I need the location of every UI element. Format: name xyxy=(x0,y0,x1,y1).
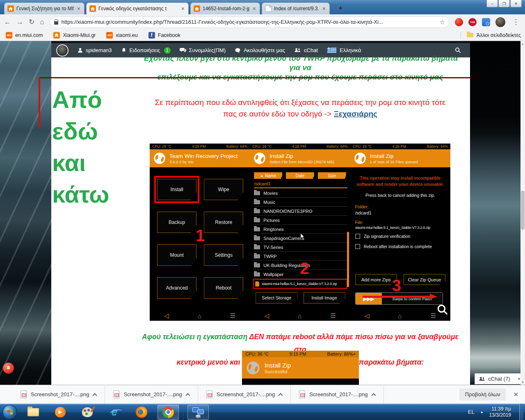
chrome-taskbar-button[interactable] xyxy=(158,405,179,420)
nav-home-icon[interactable]: ⌂ xyxy=(198,313,201,320)
twrp-menu-button[interactable]: Mount xyxy=(157,244,196,266)
forum-search-icon[interactable] xyxy=(455,47,461,53)
scroll-down-icon[interactable]: ▼ xyxy=(520,379,525,385)
cchat-floating-button[interactable]: cChat (7) ▼ xyxy=(475,373,525,384)
tab-close-icon[interactable]: × xyxy=(322,6,326,11)
username-menu[interactable]: spideman3 xyxy=(78,47,112,53)
push-notification-bell-icon[interactable] xyxy=(3,363,14,374)
tab-install-guide[interactable]: Γενικός οδηγός εγκατάστασης τ × xyxy=(86,2,189,14)
follow-menu[interactable]: Ακολουθήστε μας xyxy=(235,47,285,53)
sort-date-button[interactable]: Date xyxy=(286,172,314,179)
user-avatar[interactable] xyxy=(56,44,68,57)
language-indicator[interactable]: EL xyxy=(468,409,475,415)
bookmark-star-icon[interactable]: ☆ xyxy=(440,18,445,26)
language-menu[interactable]: Ελληνικά xyxy=(327,47,361,53)
tab-close-icon[interactable]: × xyxy=(76,6,81,11)
scroll-up-icon[interactable]: ▲ xyxy=(520,41,525,46)
other-bookmarks-button[interactable]: Άλλοι σελιδοδείκτες xyxy=(461,32,521,39)
adblock-extension-icon[interactable] xyxy=(455,18,463,26)
twrp-menu-button[interactable]: Wipe xyxy=(204,179,243,200)
tray-expand-icon[interactable]: ▲ xyxy=(480,410,484,414)
tray-clock[interactable]: 11:39 πμ 13/3/2019 xyxy=(489,406,511,418)
nav-back-icon[interactable]: ◁ xyxy=(365,312,370,320)
twrp-menu-button[interactable]: Backup xyxy=(157,212,196,233)
home-icon[interactable]: ⌂ xyxy=(40,18,44,25)
yab-extension-icon[interactable]: YAB xyxy=(468,18,477,26)
add-more-zips-button[interactable]: Add more Zips xyxy=(355,274,397,285)
page-scrollbar[interactable]: ▲ ▼ xyxy=(520,41,525,385)
twrp-menu-button[interactable]: Settings xyxy=(204,244,243,266)
refresh-icon[interactable]: ↻ xyxy=(29,18,34,25)
folder-row[interactable]: NANDROIDNOTE3PRO xyxy=(254,207,347,216)
sort-size-button[interactable]: Size xyxy=(318,172,346,179)
download-item[interactable]: Screenshot_2017-....png xyxy=(291,385,383,404)
forgot-guide-link[interactable]: Ξεχασιάρης xyxy=(334,110,377,118)
folder-row[interactable]: Movies xyxy=(254,189,347,198)
bookmark-xiaomimiui[interactable]: Xiaomi-Miui.gr xyxy=(53,32,96,39)
twrp-menu-button[interactable]: Advanced xyxy=(157,277,196,299)
internet-explorer-icon[interactable]: e xyxy=(108,406,121,418)
folder-row[interactable]: Pictures xyxy=(254,216,347,225)
folder-row[interactable]: TV-Series xyxy=(254,243,347,252)
tab-index-current[interactable]: Index of /current/9.3.7 × xyxy=(262,2,330,14)
close-button[interactable]: ✕ xyxy=(510,0,522,7)
checkbox-icon[interactable] xyxy=(355,244,360,249)
nav-menu-icon[interactable]: ☰ xyxy=(430,312,436,320)
download-bar-close-icon[interactable]: ✕ xyxy=(513,391,518,398)
forward-icon[interactable]: → xyxy=(16,18,23,25)
app-taskbar-button[interactable] xyxy=(187,405,209,420)
tab-close-icon[interactable]: × xyxy=(180,6,185,11)
twrp-screenshot-image[interactable]: CPU: 29 °C 4:26 PM Battery: 64% Team Win… xyxy=(150,144,450,321)
select-storage-button[interactable]: Select Storage xyxy=(256,292,297,304)
firefox-icon[interactable] xyxy=(135,406,148,418)
folder-row[interactable]: Music xyxy=(254,198,347,207)
bookmark-xiaomieu[interactable]: mi xiaomi.eu xyxy=(106,32,138,39)
profile-avatar[interactable] xyxy=(495,17,505,27)
rom-zip-row[interactable]: xiaomi-miui-hellas-5.1_kenzo_Stable-V7.3… xyxy=(253,279,347,289)
checkbox-icon[interactable] xyxy=(355,234,360,239)
folder-row[interactable]: Ringtones xyxy=(254,225,347,234)
reboot-after-checkbox[interactable]: Reboot after installation is complete xyxy=(355,244,432,249)
restore-button[interactable]: ❐ xyxy=(498,0,510,7)
download-item[interactable]: Screenshot_2017-....png xyxy=(105,385,198,404)
download-item[interactable]: Screenshot_2017-....png xyxy=(12,385,105,404)
tab-mi5-discussion[interactable]: Γενική Συζήτηση για το MI5 (Gen × xyxy=(4,2,84,14)
notifications-menu[interactable]: Ειδοποιήσεις 1 xyxy=(121,47,171,54)
twrp-menu-button[interactable]: Reboot xyxy=(204,277,243,299)
address-bar[interactable]: https://xiaomi-miui.gr/community/index.p… xyxy=(50,16,450,28)
back-icon[interactable]: ← xyxy=(4,18,11,25)
zip-verification-checkbox[interactable]: Zip signature verification xyxy=(355,234,411,239)
bookmark-facebook[interactable]: f Facebook xyxy=(148,32,180,39)
nav-menu-icon[interactable]: ☰ xyxy=(230,312,235,320)
chevron-up-icon[interactable] xyxy=(185,393,190,397)
clear-zip-queue-button[interactable]: Clear Zip Queue xyxy=(404,274,445,285)
twrp-menu-button[interactable]: Install xyxy=(157,179,196,200)
chevron-up-icon[interactable] xyxy=(93,393,97,397)
show-desktop-button[interactable] xyxy=(519,404,523,420)
zoom-magnifier-icon[interactable] xyxy=(436,304,449,317)
chevron-up-icon[interactable] xyxy=(278,393,283,397)
show-all-downloads-button[interactable]: Προβολή όλων xyxy=(459,388,506,400)
search-extension-icon[interactable] xyxy=(482,18,490,26)
browser-menu-icon[interactable]: ⋮ xyxy=(511,18,521,26)
scrollbar-thumb[interactable] xyxy=(521,191,525,230)
chevron-up-icon[interactable] xyxy=(371,393,376,397)
bookmark-enmiui[interactable]: MIUI en.miui.com xyxy=(6,32,43,39)
new-tab-button[interactable]: + xyxy=(335,3,346,14)
nav-back-icon[interactable]: ◁ xyxy=(264,312,269,320)
nav-home-icon[interactable]: ⌂ xyxy=(398,313,402,320)
nav-back-icon[interactable]: ◁ xyxy=(164,312,169,320)
messages-menu[interactable]: Συνομιλίες(ΠΜ) xyxy=(180,47,226,53)
windows-explorer-icon[interactable] xyxy=(27,406,39,418)
sort-name-button[interactable]: ▲Name xyxy=(254,172,282,179)
twrp-menu-button[interactable]: Restore xyxy=(204,212,243,233)
minimize-button[interactable]: – xyxy=(486,0,498,7)
cchat-menu[interactable]: cChat xyxy=(294,47,318,53)
list-scrollbar[interactable] xyxy=(347,232,349,287)
start-button[interactable] xyxy=(2,405,17,420)
tab-close-icon[interactable]: × xyxy=(252,6,257,11)
download-item[interactable]: Screenshot_2017-....png xyxy=(198,385,291,404)
paint-icon[interactable] xyxy=(81,406,94,418)
tab-install-image[interactable]: 14652-Install-rom-2-jpg (864×51 × xyxy=(190,2,260,14)
twrp-success-screenshot[interactable]: CPU: 36 °C 9:15 PM Battery: 86%+ Install… xyxy=(242,351,359,385)
